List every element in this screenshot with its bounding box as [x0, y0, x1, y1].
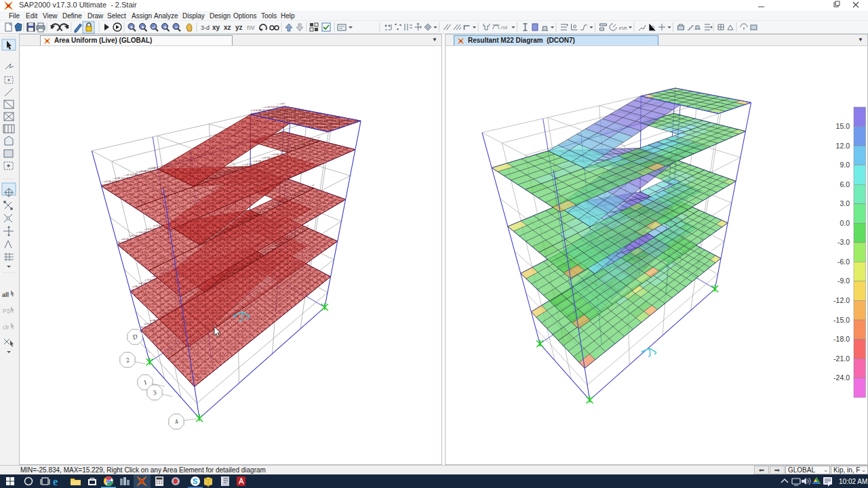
svg-text:12.0: 12.0: [836, 142, 850, 150]
svg-text:-21.0: -21.0: [833, 354, 850, 363]
svg-text:10:02 AM: 10:02 AM: [839, 478, 867, 485]
svg-text:9.0: 9.0: [840, 161, 850, 169]
svg-text:-9.0: -9.0: [837, 277, 850, 285]
svg-text:all: all: [2, 291, 9, 298]
svg-text:xy: xy: [212, 24, 220, 31]
svg-text:nv: nv: [247, 24, 255, 31]
svg-text:3-d: 3-d: [201, 24, 210, 31]
svg-text:PS: PS: [3, 308, 11, 314]
svg-text:-24.0: -24.0: [833, 373, 850, 382]
svg-text:0.0: 0.0: [840, 219, 850, 227]
svg-text:-6.0: -6.0: [837, 258, 850, 266]
svg-text:xz: xz: [224, 24, 231, 31]
svg-text:S: S: [193, 477, 197, 485]
svg-text:e: e: [53, 476, 58, 487]
svg-text:6.0: 6.0: [840, 180, 850, 188]
svg-text:-18.0: -18.0: [833, 335, 850, 343]
svg-text:yz: yz: [235, 24, 243, 31]
svg-text:3.0: 3.0: [840, 199, 850, 207]
svg-text:eVe: eVe: [619, 26, 627, 30]
svg-text:clr: clr: [3, 324, 9, 331]
svg-text:-15.0: -15.0: [833, 316, 850, 324]
svg-text:-3.0: -3.0: [837, 238, 850, 246]
svg-text:-12.0: -12.0: [833, 296, 850, 304]
svg-text:nd: nd: [501, 24, 507, 30]
svg-text:15.0: 15.0: [836, 122, 850, 130]
